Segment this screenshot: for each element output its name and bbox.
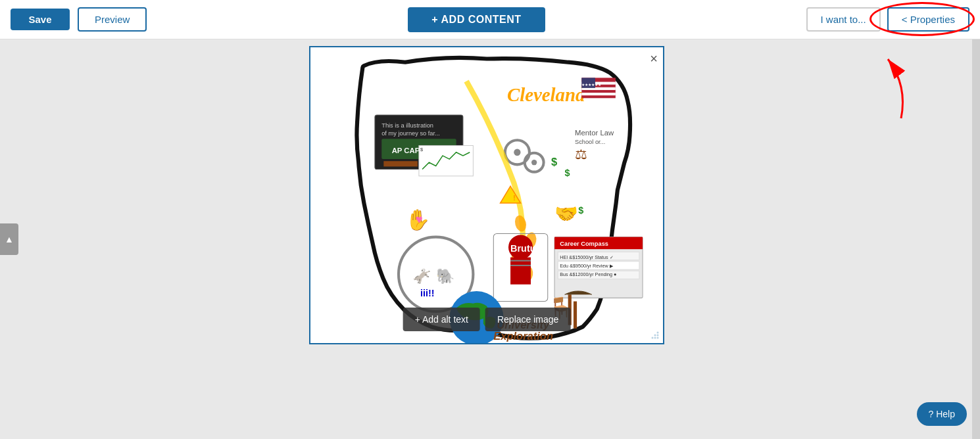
svg-point-64 [654,335,656,336]
svg-rect-5 [581,93,616,95]
close-icon: × [650,51,658,66]
svg-point-17 [531,160,537,165]
right-scrollbar[interactable] [972,39,980,439]
svg-text:Bus   &$12000/yr  Pending ●: Bus &$12000/yr Pending ● [560,271,616,277]
properties-button[interactable]: < Properties [887,7,969,32]
chevron-up-icon: ▲ [5,234,14,244]
toolbar-center: + ADD CONTENT [155,7,798,32]
svg-text:🤝: 🤝 [554,202,579,225]
add-alt-text-button[interactable]: + Add alt text [403,308,480,331]
svg-text:⚖: ⚖ [575,147,587,162]
svg-rect-55 [574,302,577,329]
help-button[interactable]: ? Help [917,402,967,426]
svg-rect-13 [383,161,418,166]
replace-image-button[interactable]: Replace image [485,308,570,331]
svg-text:!: ! [513,195,515,202]
svg-text:HEI    &$15000/yr   Status ✓: HEI &$15000/yr Status ✓ [560,254,613,260]
svg-text:Brutus: Brutus [510,243,541,254]
svg-text:$: $ [551,156,557,168]
svg-text:iii!!: iii!! [420,288,435,298]
image-block: × Cleveland ★★★★★★ This [309,46,664,344]
svg-text:Edu   &$9500/yr    Review ▶: Edu &$9500/yr Review ▶ [560,263,613,269]
toolbar-right: I want to... < Properties [806,7,970,32]
svg-text:♥: ♥ [416,212,423,226]
save-button[interactable]: Save [11,9,70,30]
svg-text:🐘: 🐘 [436,267,455,285]
resize-handle-icon [650,330,660,340]
svg-point-63 [657,337,659,339]
svg-text:School or...: School or... [575,139,605,145]
svg-text:$: $ [578,205,583,216]
i-want-to-button[interactable]: I want to... [806,7,881,32]
svg-text:Career Compass: Career Compass [560,241,608,247]
svg-text:This is a illustration: This is a illustration [381,122,433,129]
svg-point-62 [654,337,656,339]
image-bottom-toolbar: + Add alt text Replace image [403,308,571,331]
svg-point-66 [657,332,659,334]
svg-point-15 [514,149,520,156]
toolbar: Save Preview + ADD CONTENT I want to... … [0,0,980,39]
svg-point-65 [657,335,659,336]
svg-text:Exploration: Exploration [493,330,553,342]
svg-text:Mentor Law: Mentor Law [575,129,614,137]
preview-button[interactable]: Preview [78,7,147,32]
svg-text:★★★★★★: ★★★★★★ [581,82,601,87]
svg-rect-59 [419,145,473,175]
svg-text:$: $ [420,147,423,152]
add-content-button[interactable]: + ADD CONTENT [408,7,545,32]
svg-text:🫏: 🫏 [412,267,431,285]
svg-text:Cleveland: Cleveland [507,84,585,105]
svg-point-61 [652,337,654,339]
svg-text:of my journey so far...: of my journey so far... [381,130,440,137]
ohio-map-svg: Cleveland ★★★★★★ This is a illustration … [310,47,663,343]
close-image-button[interactable]: × [650,51,658,66]
ohio-map-container: Cleveland ★★★★★★ This is a illustration … [310,47,663,343]
canvas-area: ▲ × Cleveland [0,39,980,439]
svg-text:$: $ [565,168,570,178]
properties-container: < Properties [887,7,969,32]
collapse-left-button[interactable]: ▲ [0,223,18,255]
red-arrow-annotation [848,46,927,131]
